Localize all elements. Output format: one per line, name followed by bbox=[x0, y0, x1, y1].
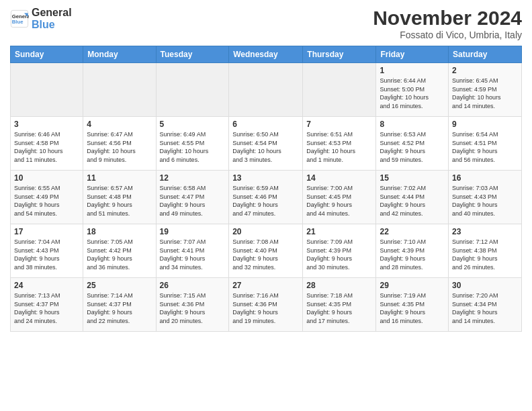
day-number: 25 bbox=[87, 281, 152, 290]
logo-icon: General Blue bbox=[10, 9, 29, 28]
day-info: Sunrise: 6:53 AM Sunset: 4:52 PM Dayligh… bbox=[380, 130, 445, 164]
logo-text: General Blue bbox=[32, 7, 72, 30]
week-row-2: 10Sunrise: 6:55 AM Sunset: 4:49 PM Dayli… bbox=[11, 171, 522, 224]
calendar-cell-4-6: 30Sunrise: 7:20 AM Sunset: 4:34 PM Dayli… bbox=[449, 278, 522, 332]
calendar-cell-0-4 bbox=[303, 63, 376, 117]
day-info: Sunrise: 7:18 AM Sunset: 4:35 PM Dayligh… bbox=[306, 291, 372, 325]
day-number: 6 bbox=[232, 120, 299, 129]
day-info: Sunrise: 6:50 AM Sunset: 4:54 PM Dayligh… bbox=[232, 130, 299, 164]
calendar-cell-2-6: 16Sunrise: 7:03 AM Sunset: 4:43 PM Dayli… bbox=[449, 171, 522, 224]
calendar-cell-2-4: 14Sunrise: 7:00 AM Sunset: 4:45 PM Dayli… bbox=[303, 171, 376, 224]
day-info: Sunrise: 6:44 AM Sunset: 5:00 PM Dayligh… bbox=[380, 77, 445, 110]
subtitle: Fossato di Vico, Umbria, Italy bbox=[373, 30, 522, 40]
day-number: 21 bbox=[306, 227, 372, 236]
day-info: Sunrise: 7:13 AM Sunset: 4:37 PM Dayligh… bbox=[14, 291, 79, 325]
day-number: 7 bbox=[306, 120, 372, 129]
day-number: 4 bbox=[87, 120, 152, 129]
day-number: 16 bbox=[452, 173, 518, 183]
header-thursday: Thursday bbox=[303, 46, 376, 63]
day-number: 14 bbox=[306, 173, 372, 183]
day-number: 12 bbox=[160, 173, 226, 183]
calendar-cell-1-6: 9Sunrise: 6:54 AM Sunset: 4:51 PM Daylig… bbox=[449, 117, 522, 171]
week-row-0: 1Sunrise: 6:44 AM Sunset: 5:00 PM Daylig… bbox=[11, 63, 522, 117]
day-info: Sunrise: 7:03 AM Sunset: 4:43 PM Dayligh… bbox=[452, 184, 518, 218]
day-info: Sunrise: 7:14 AM Sunset: 4:37 PM Dayligh… bbox=[87, 291, 152, 325]
calendar-cell-4-1: 25Sunrise: 7:14 AM Sunset: 4:37 PM Dayli… bbox=[83, 278, 156, 332]
calendar-cell-0-2 bbox=[156, 63, 229, 117]
day-number: 22 bbox=[380, 227, 445, 236]
week-row-3: 17Sunrise: 7:04 AM Sunset: 4:43 PM Dayli… bbox=[11, 224, 522, 278]
logo: General Blue General Blue bbox=[10, 7, 72, 30]
day-number: 28 bbox=[306, 281, 372, 290]
day-info: Sunrise: 7:09 AM Sunset: 4:39 PM Dayligh… bbox=[306, 238, 372, 271]
calendar-cell-3-0: 17Sunrise: 7:04 AM Sunset: 4:43 PM Dayli… bbox=[11, 224, 83, 278]
calendar-cell-3-3: 20Sunrise: 7:08 AM Sunset: 4:40 PM Dayli… bbox=[229, 224, 303, 278]
day-number: 29 bbox=[380, 281, 445, 290]
calendar-cell-2-3: 13Sunrise: 6:59 AM Sunset: 4:46 PM Dayli… bbox=[229, 171, 303, 224]
day-number: 3 bbox=[14, 120, 79, 129]
header-saturday: Saturday bbox=[449, 46, 522, 63]
week-row-4: 24Sunrise: 7:13 AM Sunset: 4:37 PM Dayli… bbox=[11, 278, 522, 332]
day-number: 15 bbox=[380, 173, 445, 183]
day-info: Sunrise: 7:20 AM Sunset: 4:34 PM Dayligh… bbox=[452, 291, 518, 325]
svg-text:Blue: Blue bbox=[12, 19, 24, 25]
calendar-cell-4-3: 27Sunrise: 7:16 AM Sunset: 4:36 PM Dayli… bbox=[229, 278, 303, 332]
header-wednesday: Wednesday bbox=[229, 46, 303, 63]
day-number: 20 bbox=[232, 227, 299, 236]
page: General Blue General Blue November 2024 … bbox=[0, 0, 532, 411]
day-info: Sunrise: 6:55 AM Sunset: 4:49 PM Dayligh… bbox=[14, 184, 79, 218]
calendar-cell-3-4: 21Sunrise: 7:09 AM Sunset: 4:39 PM Dayli… bbox=[303, 224, 376, 278]
calendar-cell-4-4: 28Sunrise: 7:18 AM Sunset: 4:35 PM Dayli… bbox=[303, 278, 376, 332]
header-sunday: Sunday bbox=[11, 46, 83, 63]
day-number: 30 bbox=[452, 281, 518, 290]
calendar-cell-4-2: 26Sunrise: 7:15 AM Sunset: 4:36 PM Dayli… bbox=[156, 278, 229, 332]
calendar-cell-1-2: 5Sunrise: 6:49 AM Sunset: 4:55 PM Daylig… bbox=[156, 117, 229, 171]
week-row-1: 3Sunrise: 6:46 AM Sunset: 4:58 PM Daylig… bbox=[11, 117, 522, 171]
calendar-header-row: Sunday Monday Tuesday Wednesday Thursday… bbox=[11, 46, 522, 63]
header-monday: Monday bbox=[83, 46, 156, 63]
day-info: Sunrise: 7:15 AM Sunset: 4:36 PM Dayligh… bbox=[160, 291, 226, 325]
calendar-cell-0-6: 2Sunrise: 6:45 AM Sunset: 4:59 PM Daylig… bbox=[449, 63, 522, 117]
day-info: Sunrise: 6:49 AM Sunset: 4:55 PM Dayligh… bbox=[160, 130, 226, 164]
calendar-cell-3-1: 18Sunrise: 7:05 AM Sunset: 4:42 PM Dayli… bbox=[83, 224, 156, 278]
calendar-cell-2-1: 11Sunrise: 6:57 AM Sunset: 4:48 PM Dayli… bbox=[83, 171, 156, 224]
day-info: Sunrise: 7:08 AM Sunset: 4:40 PM Dayligh… bbox=[232, 238, 299, 271]
day-info: Sunrise: 7:02 AM Sunset: 4:44 PM Dayligh… bbox=[380, 184, 445, 218]
day-info: Sunrise: 7:10 AM Sunset: 4:39 PM Dayligh… bbox=[380, 238, 445, 271]
calendar-cell-4-0: 24Sunrise: 7:13 AM Sunset: 4:37 PM Dayli… bbox=[11, 278, 83, 332]
calendar-table: Sunday Monday Tuesday Wednesday Thursday… bbox=[10, 46, 522, 332]
day-number: 19 bbox=[160, 227, 226, 236]
day-info: Sunrise: 6:54 AM Sunset: 4:51 PM Dayligh… bbox=[452, 130, 518, 164]
day-info: Sunrise: 6:59 AM Sunset: 4:46 PM Dayligh… bbox=[232, 184, 299, 218]
header-tuesday: Tuesday bbox=[156, 46, 229, 63]
day-number: 10 bbox=[14, 173, 79, 183]
calendar-cell-0-1 bbox=[83, 63, 156, 117]
day-number: 1 bbox=[380, 66, 445, 75]
calendar-cell-3-6: 23Sunrise: 7:12 AM Sunset: 4:38 PM Dayli… bbox=[449, 224, 522, 278]
day-info: Sunrise: 6:57 AM Sunset: 4:48 PM Dayligh… bbox=[87, 184, 152, 218]
calendar-cell-1-4: 7Sunrise: 6:51 AM Sunset: 4:53 PM Daylig… bbox=[303, 117, 376, 171]
calendar-cell-3-5: 22Sunrise: 7:10 AM Sunset: 4:39 PM Dayli… bbox=[376, 224, 449, 278]
day-info: Sunrise: 7:00 AM Sunset: 4:45 PM Dayligh… bbox=[306, 184, 372, 218]
calendar-cell-0-3 bbox=[229, 63, 303, 117]
day-number: 5 bbox=[160, 120, 226, 129]
day-number: 23 bbox=[452, 227, 518, 236]
day-number: 17 bbox=[14, 227, 79, 236]
calendar-cell-4-5: 29Sunrise: 7:19 AM Sunset: 4:35 PM Dayli… bbox=[376, 278, 449, 332]
day-number: 8 bbox=[380, 120, 445, 129]
day-info: Sunrise: 6:51 AM Sunset: 4:53 PM Dayligh… bbox=[306, 130, 372, 164]
day-number: 13 bbox=[232, 173, 299, 183]
calendar-cell-0-5: 1Sunrise: 6:44 AM Sunset: 5:00 PM Daylig… bbox=[376, 63, 449, 117]
day-info: Sunrise: 7:07 AM Sunset: 4:41 PM Dayligh… bbox=[160, 238, 226, 271]
calendar-cell-3-2: 19Sunrise: 7:07 AM Sunset: 4:41 PM Dayli… bbox=[156, 224, 229, 278]
calendar-cell-2-2: 12Sunrise: 6:58 AM Sunset: 4:47 PM Dayli… bbox=[156, 171, 229, 224]
day-number: 18 bbox=[87, 227, 152, 236]
header: General Blue General Blue November 2024 … bbox=[10, 7, 522, 40]
day-info: Sunrise: 7:16 AM Sunset: 4:36 PM Dayligh… bbox=[232, 291, 299, 325]
day-info: Sunrise: 6:58 AM Sunset: 4:47 PM Dayligh… bbox=[160, 184, 226, 218]
calendar-cell-1-5: 8Sunrise: 6:53 AM Sunset: 4:52 PM Daylig… bbox=[376, 117, 449, 171]
day-info: Sunrise: 7:19 AM Sunset: 4:35 PM Dayligh… bbox=[380, 291, 445, 325]
header-friday: Friday bbox=[376, 46, 449, 63]
calendar-cell-1-0: 3Sunrise: 6:46 AM Sunset: 4:58 PM Daylig… bbox=[11, 117, 83, 171]
calendar-cell-1-1: 4Sunrise: 6:47 AM Sunset: 4:56 PM Daylig… bbox=[83, 117, 156, 171]
